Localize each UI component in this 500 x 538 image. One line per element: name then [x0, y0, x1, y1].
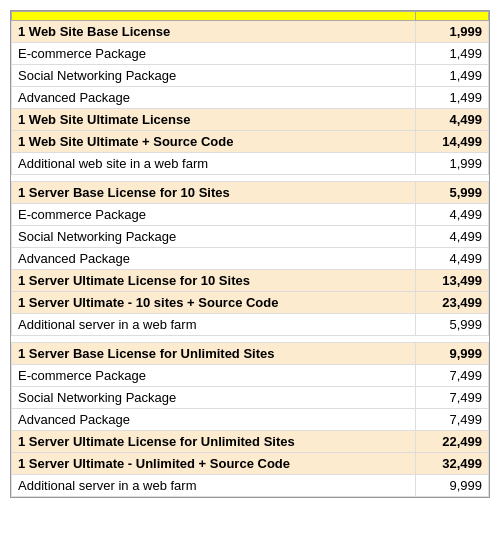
- price-cell: 4,499: [415, 248, 489, 270]
- price-cell: 9,999: [415, 475, 489, 497]
- price-cell: 7,499: [415, 365, 489, 387]
- table-row: 1 Server Base License for 10 Sites5,999: [12, 182, 489, 204]
- license-cell: 1 Web Site Base License: [12, 21, 416, 43]
- table-row: 1 Web Site Ultimate + Source Code14,499: [12, 131, 489, 153]
- license-cell: 1 Server Ultimate License for 10 Sites: [12, 270, 416, 292]
- price-cell: 1,999: [415, 21, 489, 43]
- license-cell: Additional web site in a web farm: [12, 153, 416, 175]
- license-cell: 1 Server Ultimate - 10 sites + Source Co…: [12, 292, 416, 314]
- price-cell: 5,999: [415, 314, 489, 336]
- price-cell: 4,499: [415, 226, 489, 248]
- license-cell: 1 Server Base License for 10 Sites: [12, 182, 416, 204]
- price-cell: 5,999: [415, 182, 489, 204]
- table-row: 1 Server Base License for Unlimited Site…: [12, 343, 489, 365]
- table-row: 1 Server Ultimate License for Unlimited …: [12, 431, 489, 453]
- license-cell: Advanced Package: [12, 87, 416, 109]
- license-cell: Advanced Package: [12, 409, 416, 431]
- table-row: Additional server in a web farm5,999: [12, 314, 489, 336]
- license-cell: E-commerce Package: [12, 43, 416, 65]
- license-cell: 1 Web Site Ultimate License: [12, 109, 416, 131]
- price-cell: 23,499: [415, 292, 489, 314]
- table-row: Advanced Package1,499: [12, 87, 489, 109]
- table-row: Social Networking Package4,499: [12, 226, 489, 248]
- license-column-header: [12, 12, 416, 21]
- price-cell: 22,499: [415, 431, 489, 453]
- pricing-table: 1 Web Site Base License1,999E-commerce P…: [11, 11, 489, 497]
- license-cell: Advanced Package: [12, 248, 416, 270]
- license-cell: E-commerce Package: [12, 365, 416, 387]
- price-cell: 14,499: [415, 131, 489, 153]
- table-row: Additional web site in a web farm1,999: [12, 153, 489, 175]
- license-cell: 1 Web Site Ultimate + Source Code: [12, 131, 416, 153]
- license-cell: E-commerce Package: [12, 204, 416, 226]
- license-cell: 1 Server Ultimate License for Unlimited …: [12, 431, 416, 453]
- price-cell: 1,499: [415, 65, 489, 87]
- price-column-header: [415, 12, 489, 21]
- price-cell: 7,499: [415, 387, 489, 409]
- license-cell: Social Networking Package: [12, 65, 416, 87]
- table-row: 1 Web Site Base License1,999: [12, 21, 489, 43]
- table-row: Additional server in a web farm9,999: [12, 475, 489, 497]
- table-row: 1 Server Ultimate - Unlimited + Source C…: [12, 453, 489, 475]
- price-cell: 4,499: [415, 109, 489, 131]
- table-row: 1 Web Site Ultimate License4,499: [12, 109, 489, 131]
- price-cell: 1,499: [415, 87, 489, 109]
- table-row: E-commerce Package1,499: [12, 43, 489, 65]
- license-cell: Additional server in a web farm: [12, 475, 416, 497]
- price-cell: 13,499: [415, 270, 489, 292]
- pricing-table-wrapper: 1 Web Site Base License1,999E-commerce P…: [10, 10, 490, 498]
- table-row: Advanced Package4,499: [12, 248, 489, 270]
- table-row: Advanced Package7,499: [12, 409, 489, 431]
- price-cell: 1,999: [415, 153, 489, 175]
- license-cell: Social Networking Package: [12, 226, 416, 248]
- price-cell: 4,499: [415, 204, 489, 226]
- table-row: E-commerce Package4,499: [12, 204, 489, 226]
- license-cell: 1 Server Ultimate - Unlimited + Source C…: [12, 453, 416, 475]
- table-row: E-commerce Package7,499: [12, 365, 489, 387]
- table-row: Social Networking Package1,499: [12, 65, 489, 87]
- price-cell: 7,499: [415, 409, 489, 431]
- price-cell: 9,999: [415, 343, 489, 365]
- price-cell: 1,499: [415, 43, 489, 65]
- license-cell: Additional server in a web farm: [12, 314, 416, 336]
- table-header-row: [12, 12, 489, 21]
- section-spacer: [12, 175, 489, 182]
- table-row: 1 Server Ultimate - 10 sites + Source Co…: [12, 292, 489, 314]
- table-row: 1 Server Ultimate License for 10 Sites13…: [12, 270, 489, 292]
- table-row: Social Networking Package7,499: [12, 387, 489, 409]
- price-cell: 32,499: [415, 453, 489, 475]
- license-cell: Social Networking Package: [12, 387, 416, 409]
- section-spacer: [12, 336, 489, 343]
- license-cell: 1 Server Base License for Unlimited Site…: [12, 343, 416, 365]
